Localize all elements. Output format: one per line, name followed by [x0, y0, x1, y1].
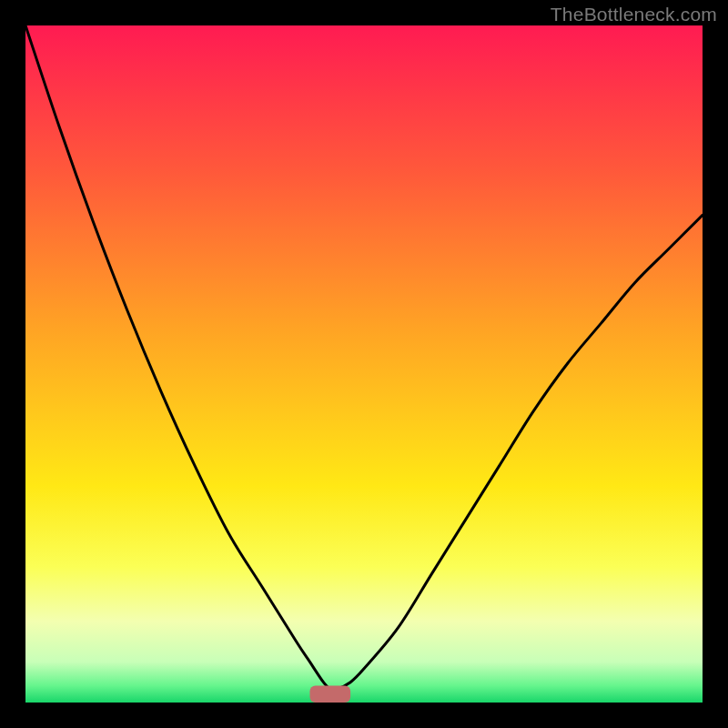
watermark-text: TheBottleneck.com [551, 4, 717, 25]
chart-svg [25, 25, 703, 703]
plot-area [25, 25, 703, 703]
gradient-background [25, 25, 703, 703]
chart-frame: TheBottleneck.com [0, 0, 728, 728]
optimum-marker [310, 685, 351, 703]
